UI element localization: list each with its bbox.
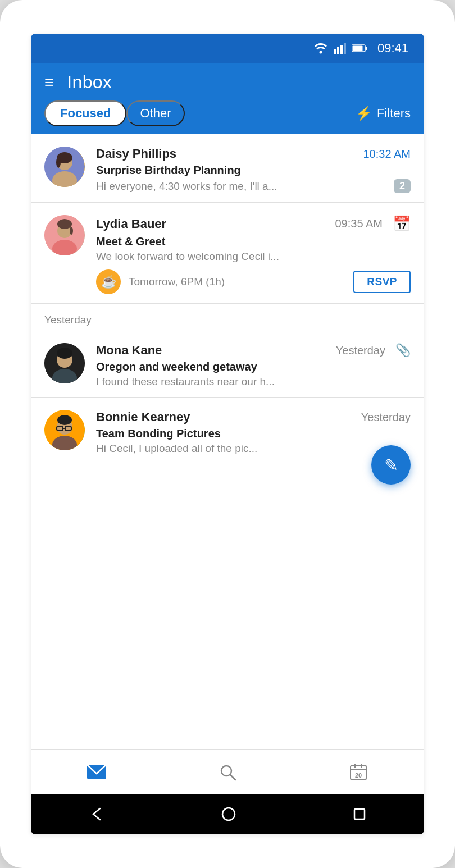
signal-icon xyxy=(334,43,346,54)
sender-name-bonnie: Bonnie Kearney xyxy=(96,410,190,424)
svg-point-0 xyxy=(319,51,322,54)
android-home-button[interactable] xyxy=(221,806,236,822)
email-content-lydia: Lydia Bauer 09:35 AM 📅 Meet & Greet We l… xyxy=(96,215,411,294)
svg-point-17 xyxy=(57,219,72,229)
android-nav xyxy=(31,794,424,834)
mail-icon xyxy=(87,764,107,780)
svg-rect-7 xyxy=(365,47,367,50)
header-tabs: Focused Other ⚡ Filters xyxy=(44,100,411,134)
tabs-left: Focused Other xyxy=(44,100,185,126)
email-header-row-mona: Mona Kane Yesterday 📎 xyxy=(96,343,411,358)
compose-pencil-icon: ✎ xyxy=(384,455,398,475)
email-time-daisy: 10:32 AM xyxy=(363,148,411,161)
email-content-mona: Mona Kane Yesterday 📎 Oregon and weekend… xyxy=(96,343,411,388)
email-badge-daisy: 2 xyxy=(394,179,411,193)
tab-other[interactable]: Other xyxy=(126,100,184,126)
tab-focused[interactable]: Focused xyxy=(44,100,126,126)
email-preview-row-lydia: We look forward to welcoming Cecil i... xyxy=(96,250,411,263)
email-item-lydia[interactable]: Lydia Bauer 09:35 AM 📅 Meet & Greet We l… xyxy=(31,203,424,304)
email-subject-bonnie: Team Bonding Pictures xyxy=(96,427,411,440)
email-preview-lydia: We look forward to welcoming Cecil i... xyxy=(96,250,411,263)
status-icons: 09:41 xyxy=(313,41,408,56)
section-label-yesterday: Yesterday xyxy=(31,304,424,331)
avatar-mona xyxy=(44,343,85,383)
attachment-icon-mona: 📎 xyxy=(395,343,411,358)
svg-text:20: 20 xyxy=(355,772,362,779)
svg-point-13 xyxy=(56,157,61,168)
email-header-row-bonnie: Bonnie Kearney Yesterday xyxy=(96,410,411,424)
hamburger-icon[interactable]: ≡ xyxy=(44,74,53,92)
app-header: ≡ Inbox Focused Other ⚡ Filters xyxy=(31,63,424,134)
email-list: Daisy Phillips 10:32 AM Surprise Birthda… xyxy=(31,134,424,749)
avatar-daisy xyxy=(44,147,85,187)
nav-calendar[interactable]: 20 xyxy=(293,763,424,781)
sender-name-lydia: Lydia Bauer xyxy=(96,217,166,231)
email-time-mona: Yesterday xyxy=(336,344,385,357)
battery-icon xyxy=(352,44,367,53)
email-subject-mona: Oregon and weekend getaway xyxy=(96,360,411,373)
rsvp-button[interactable]: RSVP xyxy=(353,271,411,293)
avatar-bonnie-img xyxy=(44,410,85,450)
email-time-lydia: 09:35 AM xyxy=(335,217,383,230)
email-content-bonnie: Bonnie Kearney Yesterday Team Bonding Pi… xyxy=(96,410,411,455)
bolt-icon: ⚡ xyxy=(356,106,372,121)
email-content-daisy: Daisy Phillips 10:32 AM Surprise Birthda… xyxy=(96,147,411,193)
email-time-bonnie: Yesterday xyxy=(361,411,411,424)
email-preview-row-mona: I found these restaurants near our h... xyxy=(96,376,411,388)
phone-frame: 09:41 ≡ Inbox Focused Other ⚡ Filters xyxy=(0,0,455,868)
email-preview-daisy: Hi everyone, 4:30 works for me, I'll a..… xyxy=(96,180,387,193)
svg-rect-2 xyxy=(337,47,339,54)
avatar-bonnie xyxy=(44,410,85,450)
email-header-row-lydia: Lydia Bauer 09:35 AM 📅 xyxy=(96,215,411,232)
bottom-nav: 20 xyxy=(31,749,424,794)
calendar-icon-lydia: 📅 xyxy=(393,215,411,232)
nav-mail[interactable] xyxy=(31,764,162,780)
header-top: ≡ Inbox xyxy=(44,72,411,100)
inbox-title: Inbox xyxy=(67,72,112,93)
avatar-lydia xyxy=(44,215,85,255)
svg-point-26 xyxy=(57,415,72,425)
svg-point-18 xyxy=(70,227,73,235)
email-item-bonnie-wrapper: Bonnie Kearney Yesterday Team Bonding Pi… xyxy=(31,398,424,464)
event-text-lydia: Tomorrow, 6PM (1h) xyxy=(129,276,345,288)
svg-rect-6 xyxy=(352,46,362,51)
sender-name-daisy: Daisy Phillips xyxy=(96,147,176,161)
svg-rect-1 xyxy=(334,49,336,54)
svg-rect-3 xyxy=(340,45,343,54)
compose-fab[interactable]: ✎ xyxy=(371,445,411,485)
svg-rect-39 xyxy=(354,809,365,819)
android-recent-button[interactable] xyxy=(353,807,366,821)
status-time: 09:41 xyxy=(377,41,408,56)
coffee-icon: ☕ xyxy=(101,275,116,289)
filters-button[interactable]: ⚡ Filters xyxy=(356,106,411,121)
svg-line-32 xyxy=(230,775,235,780)
nav-search[interactable] xyxy=(162,763,293,781)
phone-inner: 09:41 ≡ Inbox Focused Other ⚡ Filters xyxy=(31,34,424,834)
email-item-bonnie[interactable]: Bonnie Kearney Yesterday Team Bonding Pi… xyxy=(31,398,424,464)
email-preview-row-bonnie: Hi Cecil, I uploaded all of the pic... xyxy=(96,442,411,455)
calendar-nav-icon: 20 xyxy=(349,763,367,781)
email-preview-row-daisy: Hi everyone, 4:30 works for me, I'll a..… xyxy=(96,179,411,193)
svg-point-22 xyxy=(57,348,72,359)
svg-rect-4 xyxy=(344,43,346,54)
event-circle: ☕ xyxy=(96,269,121,294)
email-header-row: Daisy Phillips 10:32 AM xyxy=(96,147,411,161)
email-preview-bonnie: Hi Cecil, I uploaded all of the pic... xyxy=(96,442,411,455)
status-bar: 09:41 xyxy=(31,34,424,63)
sender-name-mona: Mona Kane xyxy=(96,343,162,358)
avatar-lydia-img xyxy=(44,215,85,255)
svg-point-38 xyxy=(222,808,235,820)
email-item-mona[interactable]: Mona Kane Yesterday 📎 Oregon and weekend… xyxy=(31,331,424,398)
email-subject-lydia: Meet & Greet xyxy=(96,235,411,248)
event-row-lydia: ☕ Tomorrow, 6PM (1h) RSVP xyxy=(96,269,411,294)
filters-label: Filters xyxy=(377,106,411,121)
email-subject-daisy: Surprise Birthday Planning xyxy=(96,164,411,177)
search-icon xyxy=(219,763,236,781)
avatar-mona-img xyxy=(44,343,85,383)
email-item-daisy[interactable]: Daisy Phillips 10:32 AM Surprise Birthda… xyxy=(31,134,424,203)
wifi-icon xyxy=(313,43,328,54)
email-preview-mona: I found these restaurants near our h... xyxy=(96,376,411,388)
android-back-button[interactable] xyxy=(89,806,104,822)
avatar-daisy-img xyxy=(44,147,85,187)
